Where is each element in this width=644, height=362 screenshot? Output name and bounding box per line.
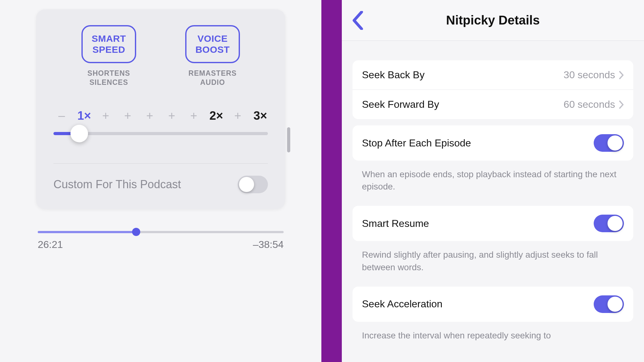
progress-thumb[interactable] bbox=[132, 228, 140, 236]
seek-accel-row: Seek Acceleration bbox=[353, 287, 633, 322]
stop-each-toggle[interactable] bbox=[594, 134, 624, 152]
feature-buttons-row: SMART SPEED SHORTENS SILENCES VOICE BOOS… bbox=[53, 25, 268, 87]
speed-tick[interactable]: + bbox=[99, 109, 112, 123]
smart-resume-row: Smart Resume bbox=[353, 206, 633, 241]
speed-tick[interactable]: 2× bbox=[209, 109, 222, 123]
seek-accel-desc: Increase the interval when repeatedly se… bbox=[353, 328, 633, 355]
seek-back-value: 30 seconds bbox=[564, 69, 624, 81]
playback-progress-bar[interactable] bbox=[38, 231, 284, 233]
speed-tick[interactable]: + bbox=[165, 109, 178, 123]
smart-resume-group: Smart Resume bbox=[353, 206, 633, 241]
seek-forward-label: Seek Forward By bbox=[362, 99, 439, 110]
toggle-knob bbox=[239, 177, 254, 192]
navbar: Nitpicky Details bbox=[342, 0, 644, 41]
seek-back-row[interactable]: Seek Back By 30 seconds bbox=[353, 60, 633, 90]
chevron-right-icon bbox=[619, 101, 624, 109]
seek-forward-value: 60 seconds bbox=[564, 99, 624, 110]
seek-accel-group: Seek Acceleration bbox=[353, 287, 633, 322]
smart-speed-feature: SMART SPEED SHORTENS SILENCES bbox=[69, 25, 148, 87]
seek-accel-toggle[interactable] bbox=[594, 295, 624, 313]
voice-boost-subtitle: REMASTERS AUDIO bbox=[188, 69, 236, 87]
playback-progress-section: 26:21 –38:54 bbox=[38, 231, 284, 250]
page-title: Nitpicky Details bbox=[446, 13, 540, 27]
chevron-left-icon bbox=[351, 11, 364, 30]
speed-slider-thumb[interactable] bbox=[70, 125, 88, 142]
time-row: 26:21 –38:54 bbox=[38, 239, 284, 250]
seek-back-value-text: 30 seconds bbox=[564, 69, 615, 81]
smart-speed-button[interactable]: SMART SPEED bbox=[81, 25, 136, 63]
custom-podcast-toggle[interactable] bbox=[238, 176, 268, 193]
scroll-indicator bbox=[287, 127, 290, 152]
smart-speed-subtitle: SHORTENS SILENCES bbox=[87, 69, 130, 87]
smart-resume-label: Smart Resume bbox=[362, 218, 429, 229]
seek-forward-row[interactable]: Seek Forward By 60 seconds bbox=[353, 90, 633, 119]
voice-boost-button[interactable]: VOICE BOOST bbox=[185, 25, 240, 63]
toggle-knob bbox=[608, 297, 623, 312]
speed-tick-row: –1×+++++2×+3× bbox=[53, 109, 268, 123]
seek-group: Seek Back By 30 seconds Seek Forward By … bbox=[353, 60, 633, 119]
voice-boost-feature: VOICE BOOST REMASTERS AUDIO bbox=[173, 25, 252, 87]
speed-tick[interactable]: 1× bbox=[77, 109, 90, 123]
settings-body: Seek Back By 30 seconds Seek Forward By … bbox=[342, 41, 644, 355]
speed-tick[interactable]: 3× bbox=[253, 109, 266, 123]
playback-settings-pane: SMART SPEED SHORTENS SILENCES VOICE BOOS… bbox=[0, 0, 321, 362]
stop-each-desc: When an episode ends, stop playback inst… bbox=[353, 167, 633, 206]
progress-fill bbox=[38, 231, 136, 233]
seek-accel-label: Seek Acceleration bbox=[362, 298, 442, 310]
smart-resume-toggle[interactable] bbox=[594, 215, 624, 232]
stop-each-label: Stop After Each Episode bbox=[362, 137, 471, 149]
speed-tick[interactable]: + bbox=[187, 109, 200, 123]
speed-tick[interactable]: – bbox=[55, 109, 68, 123]
custom-podcast-row: Custom For This Podcast bbox=[53, 176, 268, 193]
speed-tick[interactable]: + bbox=[231, 109, 244, 123]
speed-slider[interactable] bbox=[53, 132, 268, 135]
elapsed-time: 26:21 bbox=[38, 239, 63, 250]
remaining-time: –38:54 bbox=[253, 239, 284, 250]
speed-tick[interactable]: + bbox=[121, 109, 134, 123]
divider bbox=[53, 163, 268, 164]
custom-podcast-label: Custom For This Podcast bbox=[53, 178, 181, 191]
chevron-right-icon bbox=[619, 71, 624, 79]
stop-each-row: Stop After Each Episode bbox=[353, 125, 633, 161]
seek-back-label: Seek Back By bbox=[362, 69, 425, 81]
speed-tick[interactable]: + bbox=[143, 109, 156, 123]
stop-each-group: Stop After Each Episode bbox=[353, 125, 633, 161]
nitpicky-details-pane: Nitpicky Details Seek Back By 30 seconds… bbox=[342, 0, 644, 362]
back-button[interactable] bbox=[351, 11, 364, 30]
seek-forward-value-text: 60 seconds bbox=[564, 99, 615, 110]
playback-card: SMART SPEED SHORTENS SILENCES VOICE BOOS… bbox=[36, 9, 285, 209]
toggle-knob bbox=[608, 135, 623, 151]
smart-resume-desc: Rewind slightly after pausing, and sligh… bbox=[353, 247, 633, 286]
toggle-knob bbox=[608, 216, 623, 231]
